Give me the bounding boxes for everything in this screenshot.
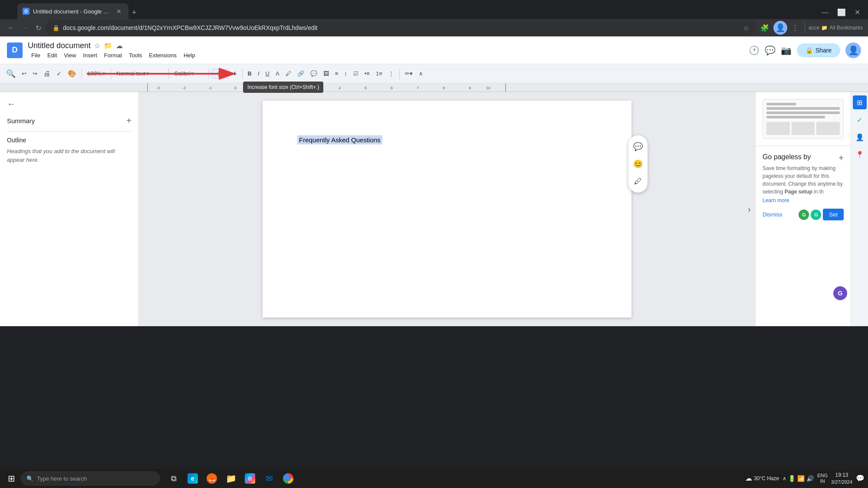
- maximize-button[interactable]: ⬜: [833, 6, 850, 19]
- folder-doc-icon[interactable]: 📁: [104, 42, 112, 50]
- toolbar-sep-3: [168, 69, 169, 79]
- line-spacing-btn[interactable]: ↕: [342, 69, 350, 79]
- cloud-doc-icon[interactable]: ☁: [116, 42, 123, 50]
- search-toolbar-btn[interactable]: 🔍: [3, 67, 18, 80]
- bold-btn[interactable]: B: [245, 69, 254, 79]
- paint-format-btn[interactable]: 🎨: [65, 68, 79, 79]
- all-bookmarks[interactable]: 📁 All Bookmarks: [821, 25, 863, 31]
- taskbar-clock[interactable]: 19:13 3/27/2024: [831, 472, 852, 485]
- docs-right-icons: ⊞ ✓ 👤 📍: [851, 92, 868, 326]
- taskbar-chrome[interactable]: [279, 470, 297, 487]
- underline-btn[interactable]: U: [263, 69, 272, 79]
- zoom-selector[interactable]: 100% ▾: [85, 69, 108, 79]
- menu-view[interactable]: View: [60, 51, 79, 59]
- extensions-button[interactable]: 🧩: [758, 21, 772, 35]
- print-btn[interactable]: 🖨: [41, 68, 53, 79]
- sheets-icon[interactable]: ⊞: [853, 95, 867, 109]
- taskbar-mail[interactable]: ✉: [260, 470, 278, 487]
- checklist-btn[interactable]: ☑: [351, 69, 361, 79]
- undo-btn[interactable]: ↩: [19, 69, 29, 79]
- outline-label: Outline: [7, 137, 132, 144]
- user-avatar[interactable]: 👤: [845, 43, 861, 58]
- toolbar-sep-5: [242, 69, 243, 79]
- refresh-button[interactable]: ↻: [33, 21, 44, 35]
- toolbar-sep-4: [209, 69, 209, 79]
- add-summary-btn[interactable]: +: [126, 116, 132, 126]
- sidebar-back-btn[interactable]: ←: [7, 99, 132, 109]
- pageless-section: + Go pageless by Save time formatting by…: [756, 146, 851, 227]
- taskbar-weather[interactable]: ☁ 30°C Haze: [745, 474, 779, 482]
- svg-text:4: 4: [339, 86, 341, 90]
- font-color-btn[interactable]: A: [273, 69, 282, 79]
- menu-help[interactable]: Help: [180, 51, 199, 59]
- doc-heading[interactable]: Frequently Asked Questions: [297, 135, 382, 144]
- taskbar-store[interactable]: ⊞: [241, 470, 259, 487]
- increase-font-btn[interactable]: +: [230, 68, 239, 79]
- forward-button[interactable]: →: [19, 21, 31, 34]
- taskbar-chevron-up[interactable]: ∧: [783, 475, 786, 481]
- meeting-icon[interactable]: 📷: [781, 45, 792, 56]
- nav-bar: ← → ↻ 🔒 docs.google.com/document/d/1NQ2x…: [0, 19, 868, 36]
- start-button[interactable]: ⊞: [3, 471, 19, 486]
- dismiss-button[interactable]: Dismiss: [763, 211, 783, 218]
- add-comment-btn[interactable]: 💬: [630, 139, 646, 154]
- add-suggestion-btn[interactable]: 🖊: [630, 174, 646, 189]
- pageless-plus[interactable]: +: [838, 153, 844, 163]
- minimize-button[interactable]: —: [817, 6, 833, 19]
- bullet-list-btn[interactable]: •≡: [362, 69, 372, 79]
- menu-format[interactable]: Format: [101, 51, 125, 59]
- maps-icon[interactable]: 📍: [853, 147, 867, 161]
- grammarly-icon[interactable]: G: [833, 286, 847, 300]
- taskbar-search[interactable]: 🔍 Type here to search: [21, 472, 160, 485]
- taskbar-firefox[interactable]: 🦊: [203, 470, 220, 487]
- address-bar[interactable]: 🔒 docs.google.com/document/d/1NQ2xYrnXPC…: [46, 20, 756, 36]
- docs-page[interactable]: Frequently Asked Questions: [263, 101, 631, 318]
- pageless-learn-more[interactable]: Learn more: [763, 197, 844, 203]
- insert-image-btn[interactable]: 🖼: [321, 69, 332, 79]
- font-selector[interactable]: Calibri ▾: [171, 69, 206, 79]
- taskbar-explorer[interactable]: 📁: [222, 470, 240, 487]
- notifications-btn[interactable]: 💬: [856, 474, 865, 482]
- menu-edit[interactable]: Edit: [44, 51, 60, 59]
- suggest-edits-btn[interactable]: ✏▾: [402, 69, 415, 79]
- preview-line-3: [766, 111, 840, 114]
- redo-btn[interactable]: ↪: [30, 69, 40, 79]
- star-doc-icon[interactable]: ☆: [94, 42, 100, 50]
- highlight-btn[interactable]: 🖊: [283, 69, 294, 79]
- collapse-toolbar-btn[interactable]: ∧: [416, 69, 426, 79]
- insert-comment-btn[interactable]: 💬: [308, 69, 320, 79]
- share-button[interactable]: 🔒 Share: [797, 43, 840, 57]
- align-btn[interactable]: ≡: [332, 69, 341, 79]
- zoom-value: 100%: [87, 70, 102, 77]
- numbered-list-btn[interactable]: 1≡: [373, 69, 385, 79]
- italic-btn[interactable]: I: [255, 69, 262, 79]
- set-button[interactable]: Set: [823, 209, 844, 220]
- tasks-check-icon[interactable]: ✓: [853, 113, 867, 127]
- comments-icon[interactable]: 💬: [765, 45, 776, 56]
- tab-close-icon[interactable]: ✕: [115, 7, 123, 16]
- menu-tools[interactable]: Tools: [125, 51, 145, 59]
- people-icon[interactable]: 👤: [853, 130, 867, 144]
- font-size-field[interactable]: 11: [212, 69, 229, 79]
- share-lock-icon: 🔒: [806, 47, 813, 54]
- taskbar-edge[interactable]: e: [184, 470, 201, 487]
- taskbar-task-view[interactable]: ⧉: [165, 470, 182, 487]
- style-selector[interactable]: Normal text ▾: [114, 69, 166, 79]
- close-button[interactable]: ✕: [850, 6, 865, 19]
- spellcheck-btn[interactable]: ✓: [54, 69, 64, 79]
- clock-time: 19:13: [831, 472, 852, 479]
- back-button[interactable]: ←: [5, 21, 17, 34]
- star-icon[interactable]: ☆: [743, 24, 749, 32]
- menu-extensions[interactable]: Extensions: [145, 51, 180, 59]
- new-tab-button[interactable]: +: [128, 7, 140, 19]
- profile-button[interactable]: 👤: [773, 21, 787, 35]
- tab-bar: D Untitled document - Google D... ✕ + — …: [0, 0, 868, 19]
- add-emoji-btn[interactable]: 😊: [630, 156, 646, 172]
- tab-active-docs[interactable]: D Untitled document - Google D... ✕: [17, 3, 128, 19]
- link-btn[interactable]: 🔗: [295, 69, 307, 79]
- more-formats-btn[interactable]: ⋮: [386, 69, 397, 79]
- history-icon[interactable]: 🕐: [749, 45, 760, 56]
- menu-file[interactable]: File: [28, 51, 44, 59]
- more-button[interactable]: ⋮: [789, 21, 801, 35]
- menu-insert[interactable]: Insert: [79, 51, 101, 59]
